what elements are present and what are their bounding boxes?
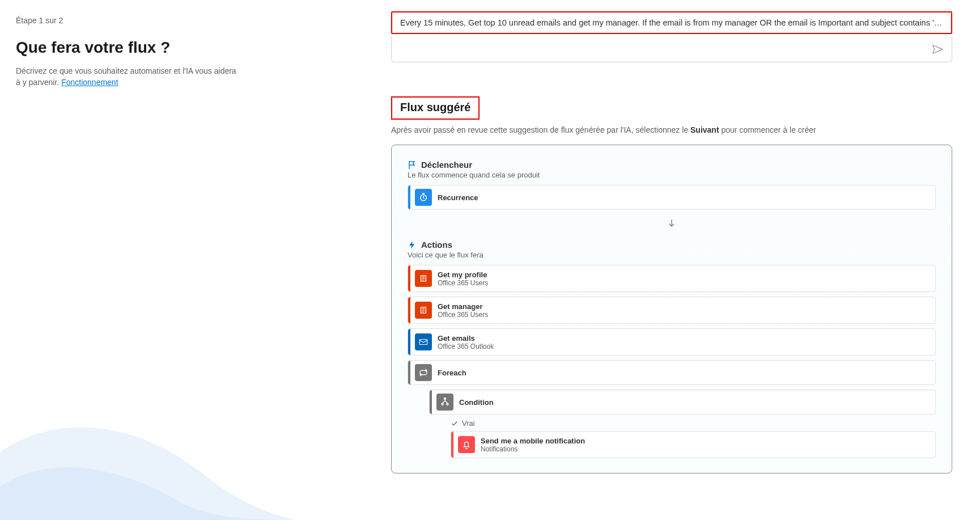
prompt-input-row	[391, 36, 952, 62]
svg-rect-3	[419, 340, 427, 345]
bell-icon	[458, 436, 475, 453]
suggested-flow-heading: Flux suggéré	[391, 96, 480, 120]
step-accent	[430, 390, 432, 414]
branch-icon	[436, 394, 453, 411]
description: Décrivez ce que vous souhaitez automatis…	[16, 66, 243, 88]
step-title: Get manager	[438, 302, 488, 311]
actions-title: Actions	[421, 240, 452, 250]
step-title: Foreach	[438, 369, 466, 377]
review-text-bold: Suivant	[690, 125, 719, 134]
action-step[interactable]: Send me a mobile notificationNotificatio…	[451, 431, 936, 458]
step-subtitle: Office 365 Outlook	[438, 343, 494, 350]
step-title: Get my profile	[438, 270, 488, 279]
office-icon	[415, 302, 432, 319]
step-title: Condition	[459, 398, 494, 407]
loop-icon	[415, 364, 432, 381]
actions-list: Get my profileOffice 365 UsersGet manage…	[408, 265, 936, 458]
actions-subtitle: Voici ce que le flux fera	[408, 251, 936, 259]
step-accent	[408, 185, 410, 209]
action-step[interactable]: Get emailsOffice 365 Outlook	[408, 328, 936, 356]
bolt-icon	[408, 240, 417, 250]
description-text: Décrivez ce que vous souhaitez automatis…	[16, 66, 236, 87]
step-subtitle: Office 365 Users	[438, 279, 488, 287]
trigger-subtitle: Le flux commence quand cela se produit	[408, 171, 936, 179]
svg-point-4	[442, 403, 443, 405]
send-icon[interactable]	[931, 43, 944, 56]
condition-true-label: Vrai	[451, 419, 936, 428]
step-accent	[408, 361, 410, 384]
action-step[interactable]: Condition	[429, 390, 936, 415]
step-title: Get emails	[438, 334, 494, 343]
flag-icon	[408, 160, 417, 170]
arrow-down-icon	[408, 218, 936, 232]
step-subtitle: Notifications	[481, 445, 585, 453]
trigger-header: Déclencheur	[408, 160, 936, 170]
step-title: Recurrence	[438, 193, 478, 202]
outlook-icon	[415, 333, 432, 350]
step-accent	[408, 265, 410, 291]
review-instruction: Après avoir passé en revue cette suggest…	[391, 125, 952, 134]
step-accent	[451, 432, 453, 458]
action-step[interactable]: Get my profileOffice 365 Users	[408, 265, 936, 292]
trigger-step-recurrence[interactable]: Recurrence	[408, 185, 936, 210]
page-title: Que fera votre flux ?	[16, 39, 243, 57]
left-panel: Étape 1 sur 2 Que fera votre flux ? Décr…	[16, 16, 243, 88]
trigger-title: Déclencheur	[421, 160, 472, 170]
action-step[interactable]: Get managerOffice 365 Users	[408, 297, 936, 324]
how-it-works-link[interactable]: Fonctionnement	[61, 78, 118, 87]
suggested-flow-card: Déclencheur Le flux commence quand cela …	[391, 145, 952, 474]
clock-icon	[415, 189, 432, 206]
action-step[interactable]: Foreach	[408, 360, 936, 385]
prompt-input[interactable]: Every 15 minutes, Get top 10 unread emai…	[391, 11, 952, 34]
right-panel: Every 15 minutes, Get top 10 unread emai…	[391, 11, 952, 474]
actions-header: Actions	[408, 240, 936, 250]
step-accent	[408, 297, 410, 323]
decorative-wave	[0, 384, 295, 520]
office-icon	[415, 270, 432, 287]
step-title: Send me a mobile notification	[481, 437, 585, 445]
review-text-suffix: pour commencer à le créer	[719, 125, 816, 134]
step-subtitle: Office 365 Users	[438, 311, 488, 319]
step-label: Étape 1 sur 2	[16, 16, 243, 25]
svg-point-5	[447, 403, 448, 405]
review-text-prefix: Après avoir passé en revue cette suggest…	[391, 125, 690, 134]
step-accent	[408, 329, 410, 355]
